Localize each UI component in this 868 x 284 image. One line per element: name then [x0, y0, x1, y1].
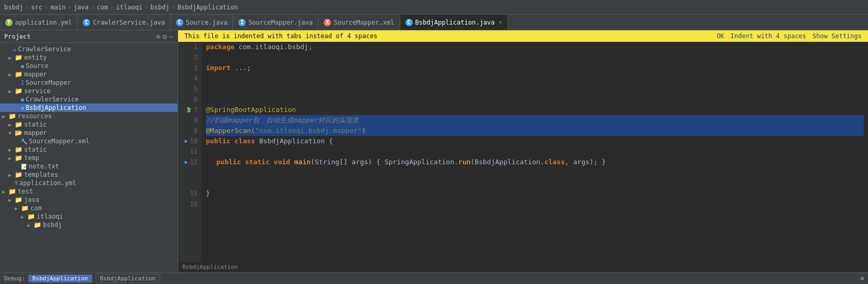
title-part-7: bsbdj: [150, 4, 169, 11]
resources-folder-icon: 📁: [8, 112, 16, 120]
code-editor[interactable]: 1 2 3 4 5 6 🍃 7 8 9 ▶ 10 11 ▶: [178, 42, 868, 262]
code-line-15: }: [206, 188, 864, 199]
tab-source-mapper[interactable]: I SourceMapper.java: [233, 15, 318, 30]
tree-static[interactable]: ▶ 📁 static: [0, 120, 178, 129]
tree-resources[interactable]: ▶ 📁 resources: [0, 112, 178, 120]
code-line-9: @MapperScan("com.itlaoqi.bsbdj.mapper"): [206, 126, 864, 136]
code-line-8: //扫描mapper包，自动生成mapper对应的实现类: [206, 115, 864, 126]
tree-com[interactable]: ▶ 📁 com: [0, 204, 178, 212]
tree-bsbdj-app[interactable]: ● BsbdjApplication: [0, 104, 178, 112]
ln-4: 4: [180, 73, 197, 84]
txt-file-icon: 📝: [21, 164, 27, 169]
sidebar: Project ⊕ ⚙ − ☕ CrawlerService ▶ 📁 entit…: [0, 30, 178, 272]
sidebar-tree: ☕ CrawlerService ▶ 📁 entity ● Source ▶ 📁…: [0, 43, 178, 272]
tree-application-yml[interactable]: Y application.yml: [0, 179, 178, 187]
ln-7: 🍃 7: [180, 105, 197, 115]
status-settings-icon[interactable]: ⚙: [860, 275, 864, 282]
warning-ok[interactable]: OK: [717, 32, 724, 40]
title-part-1: bsbdj: [4, 4, 23, 11]
tree-arrow: ▶: [8, 88, 15, 94]
tree-templates[interactable]: ▶ 📁 templates: [0, 171, 178, 179]
folder-icon: 📁: [15, 71, 23, 78]
status-bar: Debug: BsbdjApplication BsbdjApplication…: [0, 272, 868, 284]
code-line-1: package com.itlaoqi.bsbdj;: [206, 42, 864, 52]
tree-bsbdj-folder[interactable]: ▶ 📁 bsbdj: [0, 221, 178, 229]
sidebar-add-icon[interactable]: ⊕: [156, 32, 160, 41]
tree-sourcemapper-xml[interactable]: 🔧 SourceMapper.xml: [0, 137, 178, 145]
tab-label: BsbdjApplication.java: [415, 19, 495, 26]
tree-item-label: bsbdj: [43, 221, 62, 229]
ln-3: 3: [180, 63, 197, 73]
title-text: bsbdj › src › main › java › com › itlaoq…: [4, 4, 238, 11]
tree-arrow: ▶: [8, 155, 15, 161]
tree-entity[interactable]: ▶ 📁 entity: [0, 53, 178, 62]
code-line-4: [206, 73, 864, 84]
tab-label: SourceMapper.xml: [334, 19, 394, 26]
code-line-16: [206, 199, 864, 209]
tree-test-java[interactable]: ▶ 📁 java: [0, 196, 178, 204]
tree-arrow: ▶: [2, 113, 8, 119]
com-folder-icon: 📁: [21, 205, 29, 212]
tree-item-label: templates: [24, 171, 58, 178]
warning-indent[interactable]: Indent with 4 spaces: [731, 32, 807, 40]
tree-note-txt[interactable]: 📝 note.txt: [0, 162, 178, 171]
tab-bar: Y application.yml C CrawlerService.java …: [0, 15, 868, 30]
tree-item-label: test: [18, 188, 33, 195]
tab-source-java[interactable]: C Source.java: [171, 15, 233, 30]
tree-crawlerservice-file[interactable]: ● CrawlerService: [0, 95, 178, 104]
tree-static2[interactable]: ▶ 📁 static: [0, 145, 178, 154]
static2-folder-icon: 📁: [15, 146, 23, 153]
tab-close-icon[interactable]: ×: [499, 19, 502, 26]
code-content[interactable]: package com.itlaoqi.bsbdj; import ...; @…: [202, 42, 868, 262]
code-line-13: [206, 167, 864, 178]
sidebar-settings-icon[interactable]: ⚙: [162, 32, 167, 41]
code-line-5: [206, 84, 864, 94]
temp-folder-icon: 📁: [15, 154, 23, 162]
test-folder-icon: 📁: [8, 188, 16, 195]
code-line-3: import ...;: [206, 63, 864, 73]
ln-10: ▶ 10: [180, 136, 197, 146]
ln-6: 6: [180, 94, 197, 105]
tab-crawler-service[interactable]: C CrawlerService.java: [78, 15, 170, 30]
ln-12: ▶ 12: [180, 157, 197, 167]
tab-label: SourceMapper.java: [248, 19, 313, 26]
sidebar-header: Project ⊕ ⚙ −: [0, 30, 178, 43]
debug-tab-2[interactable]: BsbdjApplication: [95, 274, 160, 283]
tab-source-mapper-xml[interactable]: X SourceMapper.xml: [318, 15, 400, 30]
xml-icon: X: [324, 19, 331, 26]
tree-source[interactable]: ● Source: [0, 62, 178, 70]
warning-settings[interactable]: Show Settings: [812, 32, 862, 40]
xml-file-icon: 🔧: [21, 139, 27, 144]
title-part-3: main: [50, 4, 65, 11]
tree-service-folder[interactable]: ▶ 📁 service: [0, 87, 178, 95]
folder-icon: 📁: [15, 54, 23, 61]
tree-crawlerservice[interactable]: ☕ CrawlerService: [0, 45, 178, 53]
tab-application-yml[interactable]: Y application.yml: [0, 15, 78, 30]
tree-item-label: java: [24, 196, 39, 203]
tree-mapper-folder[interactable]: ▶ 📁 mapper: [0, 70, 178, 78]
code-line-2: [206, 52, 864, 63]
tree-item-label: service: [24, 87, 51, 95]
debug-tab-1[interactable]: BsbdjApplication: [28, 275, 92, 282]
tree-item-label: itlaoqi: [37, 213, 63, 220]
itlaoqi-folder-icon: 📁: [27, 213, 35, 220]
tree-arrow-expanded: ▼: [8, 130, 15, 136]
tree-test[interactable]: ▶ 📁 test: [0, 187, 178, 196]
tree-itlaoqi[interactable]: ▶ 📁 itlaoqi: [0, 212, 178, 221]
tree-item-label: static: [24, 121, 47, 128]
tree-mapper-resources[interactable]: ▼ 📂 mapper: [0, 129, 178, 137]
sidebar-collapse-icon[interactable]: −: [169, 32, 173, 41]
templates-folder-icon: 📁: [15, 171, 23, 178]
tab-bsbdj-application[interactable]: C BsbdjApplication.java ×: [400, 15, 508, 30]
debug-label: Debug:: [4, 275, 25, 282]
tree-arrow: ▶: [8, 147, 15, 153]
tree-item-label: CrawlerService: [18, 46, 71, 53]
ln-13: [180, 167, 197, 178]
tree-item-label: temp: [24, 154, 39, 162]
static-folder-icon: 📁: [15, 121, 23, 128]
tree-arrow: ▶: [2, 189, 8, 195]
main-layout: Project ⊕ ⚙ − ☕ CrawlerService ▶ 📁 entit…: [0, 30, 868, 272]
tree-sourcemapper[interactable]: I SourceMapper: [0, 78, 178, 87]
tree-temp[interactable]: ▶ 📁 temp: [0, 154, 178, 162]
warning-message: This file is indented with tabs instead …: [184, 32, 377, 40]
